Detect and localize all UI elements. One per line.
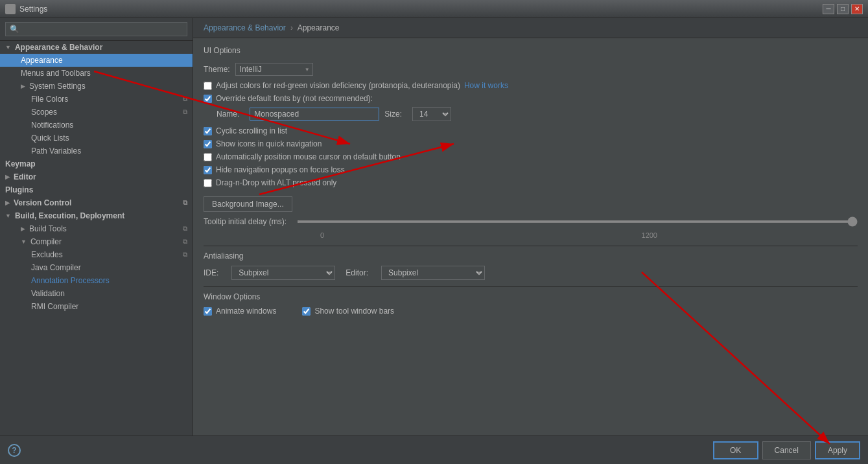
cyclic-checkbox[interactable] — [204, 127, 212, 135]
action-buttons: OK Cancel Apply — [713, 441, 860, 459]
search-box — [0, 18, 193, 41]
breadcrumb-parent[interactable]: Appearance & Behavior — [204, 23, 286, 32]
font-size-wrapper: 14 — [412, 107, 451, 121]
ui-options-title: UI Options — [204, 46, 858, 55]
cancel-button[interactable]: Cancel — [762, 441, 811, 459]
expand-arrow-icon: ▶ — [21, 226, 25, 232]
sidebar-item-label: Path Variables — [31, 146, 81, 156]
expand-arrow-icon: ▶ — [21, 83, 25, 89]
show-tool-bars-checkbox[interactable] — [302, 307, 311, 316]
font-size-select[interactable]: 14 — [412, 107, 451, 121]
apply-button[interactable]: Apply — [815, 441, 860, 459]
sidebar-item-rmi-compiler[interactable]: RMI Compiler — [0, 300, 193, 313]
sidebar-item-label: Scopes — [31, 108, 57, 117]
sidebar-item-label: Build Tools — [29, 224, 67, 233]
copy-icon: ⧉ — [183, 238, 187, 246]
theme-label: Theme: — [204, 65, 230, 74]
sidebar-item-appearance-behavior[interactable]: ▼ Appearance & Behavior — [0, 41, 193, 54]
window-options-title: Window Options — [204, 292, 858, 301]
sidebar-item-label: Build, Execution, Deployment — [15, 211, 124, 220]
sidebar-item-annotation-processors[interactable]: Annotation Processors — [0, 274, 193, 287]
animate-windows-row: Animate windows — [204, 307, 276, 316]
override-fonts-row: Override default fonts by (not recommend… — [204, 94, 858, 103]
auto-mouse-label: Automatically position mouse cursor on d… — [216, 152, 401, 161]
override-fonts-label: Override default fonts by (not recommend… — [216, 94, 373, 103]
expand-arrow-icon: ▼ — [5, 44, 11, 51]
how-it-works-link[interactable]: How it works — [464, 81, 508, 90]
font-name-input[interactable] — [250, 108, 379, 121]
window-checkboxes: Animate windows Show tool window bars — [204, 307, 858, 319]
slider-container — [297, 220, 858, 223]
hide-nav-label: Hide navigation popups on focus loss — [216, 165, 345, 174]
sidebar-item-compiler[interactable]: ▼ Compiler ⧉ — [0, 235, 193, 248]
sidebar-item-menus-toolbars[interactable]: Menus and Toolbars — [0, 67, 193, 80]
auto-mouse-checkbox[interactable] — [204, 153, 212, 161]
editor-select-wrapper: Subpixel — [381, 266, 485, 280]
search-input[interactable] — [5, 22, 187, 36]
help-button[interactable]: ? — [8, 444, 21, 457]
redgreen-label: Adjust colors for red-green vision defic… — [216, 81, 460, 90]
sidebar-item-path-variables[interactable]: Path Variables — [0, 145, 193, 157]
editor-label: Editor: — [346, 268, 368, 277]
sidebar-item-editor[interactable]: ▶ Editor — [0, 170, 193, 183]
antialias-row: IDE: Subpixel Editor: Subpixel — [204, 266, 858, 280]
sidebar-item-label: Compiler — [30, 237, 62, 246]
override-fonts-checkbox[interactable] — [204, 95, 212, 103]
ide-antialias-select[interactable]: Subpixel — [231, 266, 335, 280]
animate-windows-label: Animate windows — [216, 307, 276, 316]
hide-nav-checkbox[interactable] — [204, 166, 212, 174]
close-button[interactable]: ✕ — [851, 4, 863, 14]
sidebar-item-label: Annotation Processors — [31, 276, 110, 285]
ide-label: IDE: — [204, 268, 218, 277]
show-tool-bars-label: Show tool window bars — [314, 307, 394, 316]
theme-row: Theme: IntelliJ — [204, 63, 858, 76]
window-title: Settings — [19, 5, 823, 14]
font-size-label: Size: — [384, 110, 402, 119]
title-bar: Settings ─ □ ✕ — [0, 0, 868, 18]
sidebar-item-label: Validation — [31, 289, 65, 298]
drag-drop-checkbox[interactable] — [204, 179, 212, 187]
copy-icon: ⧉ — [183, 225, 187, 233]
sidebar-item-appearance[interactable]: Appearance — [0, 54, 193, 67]
sidebar-item-label: Excludes — [31, 250, 63, 259]
show-icons-label: Show icons in quick navigation — [216, 139, 322, 148]
sidebar-item-label: Appearance — [21, 56, 63, 65]
sidebar-item-keymap[interactable]: Keymap — [0, 157, 193, 170]
show-icons-checkbox[interactable] — [204, 140, 212, 148]
sidebar-item-system-settings[interactable]: ▶ System Settings — [0, 80, 193, 93]
sidebar-item-excludes[interactable]: Excludes ⧉ — [0, 248, 193, 261]
window-options-section: Window Options Animate windows Show tool… — [204, 286, 858, 319]
sidebar-item-file-colors[interactable]: File Colors ⧉ — [0, 93, 193, 106]
sidebar-item-build-tools[interactable]: ▶ Build Tools ⧉ — [0, 222, 193, 235]
antialiasing-title: Antialiasing — [204, 251, 858, 261]
sidebar-item-label: Notifications — [31, 121, 73, 130]
tooltip-max: 1200 — [642, 231, 657, 239]
sidebar-item-java-compiler[interactable]: Java Compiler — [0, 261, 193, 274]
background-image-button[interactable]: Background Image... — [204, 196, 292, 212]
sidebar-item-version-control[interactable]: ▶ Version Control ⧉ — [0, 196, 193, 209]
redgreen-row: Adjust colors for red-green vision defic… — [204, 81, 858, 90]
copy-icon: ⧉ — [183, 108, 187, 116]
sidebar-item-build-exec-deploy[interactable]: ▼ Build, Execution, Deployment — [0, 209, 193, 222]
sidebar-item-label: Quick Lists — [31, 133, 69, 143]
redgreen-checkbox[interactable] — [204, 82, 212, 90]
sidebar-item-notifications[interactable]: Notifications — [0, 119, 193, 132]
sidebar-item-plugins[interactable]: Plugins — [0, 183, 193, 196]
breadcrumb-separator: › — [290, 23, 293, 32]
sidebar-item-label: Version Control — [14, 198, 71, 207]
ok-button[interactable]: OK — [713, 441, 758, 459]
editor-antialias-select[interactable]: Subpixel — [381, 266, 485, 280]
minimize-button[interactable]: ─ — [823, 4, 834, 14]
theme-select[interactable]: IntelliJ — [235, 63, 313, 76]
expand-arrow-icon: ▼ — [21, 238, 27, 245]
bottom-bar: ? OK Cancel Apply — [0, 435, 868, 464]
maximize-button[interactable]: □ — [837, 4, 849, 14]
animate-windows-checkbox[interactable] — [204, 307, 212, 316]
tooltip-slider[interactable] — [297, 220, 858, 223]
ide-select-wrapper: Subpixel — [231, 266, 335, 280]
sidebar-item-label: Plugins — [5, 185, 33, 194]
sidebar-item-scopes[interactable]: Scopes ⧉ — [0, 106, 193, 119]
sidebar-item-label: Menus and Toolbars — [21, 69, 91, 78]
sidebar-item-quick-lists[interactable]: Quick Lists — [0, 132, 193, 145]
sidebar-item-validation[interactable]: Validation — [0, 287, 193, 300]
